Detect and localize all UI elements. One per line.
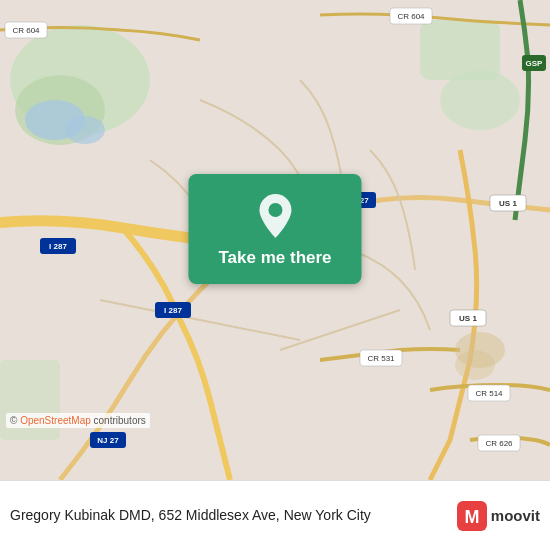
svg-text:CR 604: CR 604 [397, 12, 425, 21]
openstreetmap-link[interactable]: OpenStreetMap [20, 415, 91, 426]
moovit-logo: M moovit [457, 501, 540, 531]
svg-point-33 [455, 350, 495, 380]
take-me-there-label: Take me there [218, 248, 331, 268]
svg-text:NJ 27: NJ 27 [97, 436, 119, 445]
svg-text:I 287: I 287 [49, 242, 67, 251]
svg-point-7 [65, 116, 105, 144]
svg-rect-5 [0, 360, 60, 440]
svg-text:CR 531: CR 531 [367, 354, 395, 363]
svg-text:US 1: US 1 [499, 199, 517, 208]
moovit-brand-text: moovit [491, 507, 540, 524]
bottom-bar: Gregory Kubinak DMD, 652 Middlesex Ave, … [0, 480, 550, 550]
contributors-text: contributors [94, 415, 146, 426]
svg-point-34 [268, 203, 282, 217]
map-container: CR 604 CR 604 GSP I 287 I 287 NJ 27 NJ 2… [0, 0, 550, 480]
svg-text:I 287: I 287 [164, 306, 182, 315]
map-attribution: © OpenStreetMap contributors [6, 413, 150, 428]
svg-point-4 [440, 70, 520, 130]
take-me-there-button[interactable]: Take me there [188, 174, 361, 284]
moovit-brand-icon: M [457, 501, 487, 531]
svg-text:CR 514: CR 514 [475, 389, 503, 398]
address-text: Gregory Kubinak DMD, 652 Middlesex Ave, … [10, 506, 447, 524]
copyright-symbol: © [10, 415, 17, 426]
svg-text:CR 604: CR 604 [12, 26, 40, 35]
location-pin-icon [255, 192, 295, 240]
svg-text:GSP: GSP [526, 59, 544, 68]
svg-text:CR 626: CR 626 [485, 439, 513, 448]
svg-text:US 1: US 1 [459, 314, 477, 323]
svg-text:M: M [464, 507, 479, 527]
